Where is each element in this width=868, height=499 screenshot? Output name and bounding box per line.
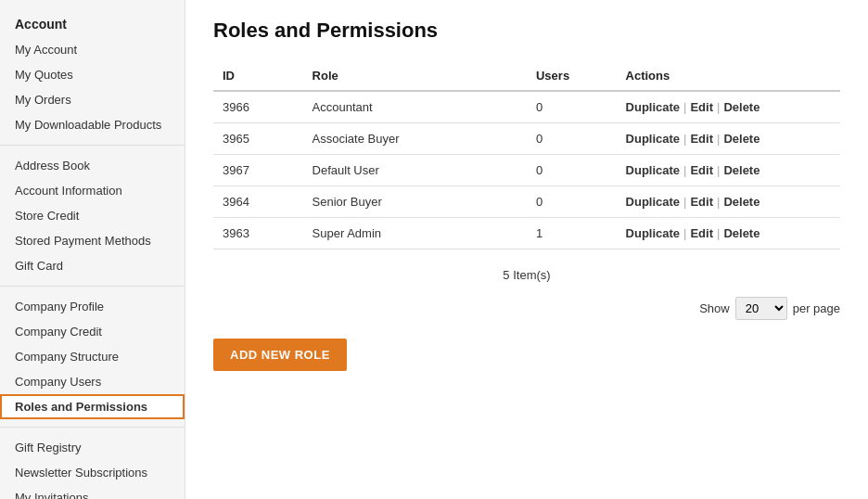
sidebar-item-company-structure[interactable]: Company Structure [0,344,185,369]
sidebar-item-my-orders[interactable]: My Orders [0,87,185,112]
cell-actions: Duplicate|Edit|Delete [617,155,840,186]
cell-role: Associate Buyer [303,123,527,155]
cell-users: 0 [527,155,617,186]
col-header-role: Role [303,61,527,91]
action-separator-2: | [717,132,720,146]
add-new-role-button[interactable]: ADD NEW ROLE [213,339,347,371]
action-separator-1: | [683,100,686,114]
sidebar-item-account-information[interactable]: Account Information [0,178,185,203]
pagination-bar: Show 2050100 per page [213,297,840,320]
duplicate-link[interactable]: Duplicate [626,100,681,114]
sidebar-divider-2 [0,286,185,287]
main-content: Roles and Permissions ID Role Users Acti… [185,0,868,499]
sidebar-item-my-quotes[interactable]: My Quotes [0,62,185,87]
sidebar-item-stored-payment-methods[interactable]: Stored Payment Methods [0,228,185,253]
items-count: 5 Item(s) [213,259,840,297]
delete-link[interactable]: Delete [723,226,760,240]
sidebar-section-account: Account [0,9,185,37]
cell-id: 3965 [213,123,303,155]
cell-id: 3963 [213,218,303,250]
action-separator-2: | [717,226,720,240]
cell-users: 0 [527,186,617,218]
cell-role: Super Admin [303,218,527,250]
cell-users: 0 [527,91,617,123]
cell-actions: Duplicate|Edit|Delete [617,123,840,155]
cell-actions: Duplicate|Edit|Delete [617,218,840,250]
sidebar-divider-3 [0,427,185,428]
cell-id: 3964 [213,186,303,218]
cell-role: Default User [303,155,527,186]
cell-id: 3966 [213,91,303,123]
sidebar-item-gift-card[interactable]: Gift Card [0,253,185,278]
table-row: 3967Default User0Duplicate|Edit|Delete [213,155,840,186]
cell-actions: Duplicate|Edit|Delete [617,186,840,218]
action-separator-2: | [717,100,720,114]
action-separator-1: | [683,226,686,240]
edit-link[interactable]: Edit [690,100,713,114]
col-header-actions: Actions [617,61,840,91]
per-page-select[interactable]: 2050100 [735,297,787,320]
delete-link[interactable]: Delete [723,132,760,146]
table-row: 3966Accountant0Duplicate|Edit|Delete [213,91,840,123]
sidebar-item-newsletter-subscriptions[interactable]: Newsletter Subscriptions [0,460,185,485]
cell-id: 3967 [213,155,303,186]
page-title: Roles and Permissions [213,19,840,43]
sidebar-item-gift-registry[interactable]: Gift Registry [0,435,185,460]
sidebar-divider-1 [0,145,185,146]
delete-link[interactable]: Delete [723,163,760,177]
sidebar-item-company-profile[interactable]: Company Profile [0,294,185,319]
table-header-row: ID Role Users Actions [213,61,840,91]
action-separator-1: | [683,195,686,209]
per-page-label: per page [793,301,840,315]
sidebar-item-my-account[interactable]: My Account [0,37,185,62]
sidebar-item-store-credit[interactable]: Store Credit [0,203,185,228]
sidebar-item-roles-and-permissions[interactable]: Roles and Permissions [0,394,185,419]
cell-role: Senior Buyer [303,186,527,218]
edit-link[interactable]: Edit [690,195,713,209]
roles-table: ID Role Users Actions 3966Accountant0Dup… [213,61,840,250]
sidebar-item-company-credit[interactable]: Company Credit [0,319,185,344]
duplicate-link[interactable]: Duplicate [626,195,681,209]
cell-users: 1 [527,218,617,250]
sidebar-item-address-book[interactable]: Address Book [0,153,185,178]
action-separator-1: | [683,163,686,177]
table-row: 3964Senior Buyer0Duplicate|Edit|Delete [213,186,840,218]
duplicate-link[interactable]: Duplicate [626,226,681,240]
col-header-id: ID [213,61,303,91]
delete-link[interactable]: Delete [723,195,760,209]
table-row: 3965Associate Buyer0Duplicate|Edit|Delet… [213,123,840,155]
duplicate-link[interactable]: Duplicate [626,163,681,177]
sidebar: Account My AccountMy QuotesMy OrdersMy D… [0,0,185,499]
cell-users: 0 [527,123,617,155]
action-separator-1: | [683,132,686,146]
sidebar-item-my-invitations[interactable]: My Invitations [0,485,185,499]
sidebar-item-company-users[interactable]: Company Users [0,369,185,394]
edit-link[interactable]: Edit [690,226,713,240]
table-row: 3963Super Admin1Duplicate|Edit|Delete [213,218,840,250]
col-header-users: Users [527,61,617,91]
edit-link[interactable]: Edit [690,163,713,177]
delete-link[interactable]: Delete [723,100,760,114]
edit-link[interactable]: Edit [690,132,713,146]
cell-role: Accountant [303,91,527,123]
action-separator-2: | [717,195,720,209]
action-separator-2: | [717,163,720,177]
sidebar-item-my-downloadable-products[interactable]: My Downloadable Products [0,112,185,137]
cell-actions: Duplicate|Edit|Delete [617,91,840,123]
show-label: Show [699,301,730,315]
duplicate-link[interactable]: Duplicate [626,132,681,146]
